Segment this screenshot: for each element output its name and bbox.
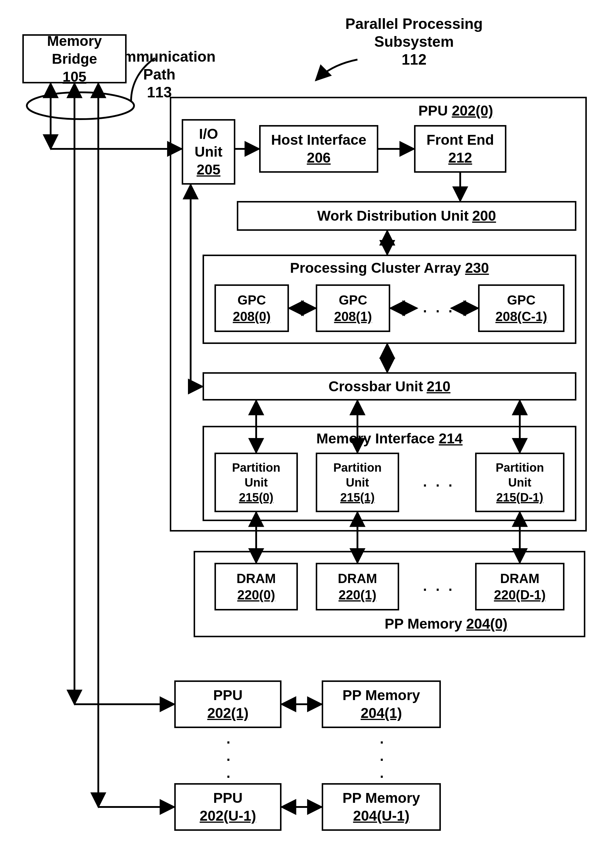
wdu-block: Work Distribution Unit200 [237, 201, 576, 231]
gpc0-block: GPC 208(0) [215, 285, 289, 332]
pu1-block: Partition Unit 215(1) [316, 453, 399, 512]
gpc1-block: GPC 208(1) [316, 285, 390, 332]
ppmem-vellipsis: ··· [380, 734, 384, 786]
dram1-block: DRAM 220(1) [316, 563, 399, 610]
ppmem1-block: PP Memory 204(1) [322, 681, 441, 728]
subsystem-label: Parallel Processing Subsystem 112 [337, 15, 492, 68]
gpc-ellipsis: . . . [423, 299, 455, 316]
ppu1-block: PPU 202(1) [174, 681, 282, 728]
dramD-block: DRAM 220(D-1) [475, 563, 565, 610]
io-unit-block: I/O Unit 205 [182, 119, 235, 185]
host-interface-block: Host Interface 206 [259, 125, 378, 173]
ppuU-block: PPU 202(U-1) [174, 783, 282, 831]
gpcC-block: GPC 208(C-1) [478, 285, 565, 332]
crossbar-block: Crossbar Unit210 [203, 372, 576, 401]
ppu-vellipsis: ··· [226, 734, 230, 786]
dram-ellipsis: . . . [423, 578, 455, 594]
pu0-block: Partition Unit 215(0) [215, 453, 298, 512]
dram0-block: DRAM 220(0) [215, 563, 298, 610]
puD-block: Partition Unit 215(D-1) [475, 453, 565, 512]
pu-ellipsis: . . . [423, 473, 455, 490]
memory-bridge-block: Memory Bridge 105 [22, 34, 127, 84]
ppmemU-block: PP Memory 204(U-1) [322, 783, 441, 831]
front-end-block: Front End 212 [414, 125, 506, 173]
